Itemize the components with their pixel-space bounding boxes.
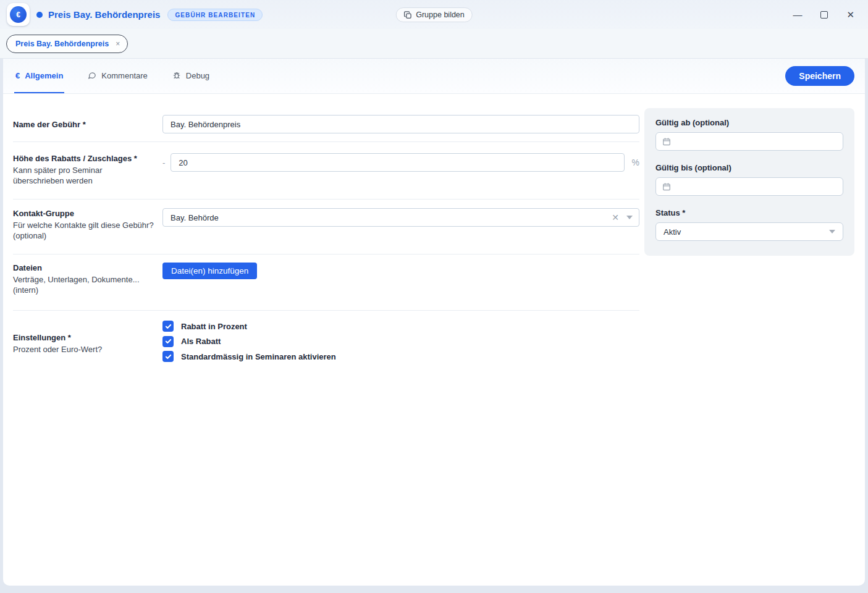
- tab-debug[interactable]: Debug: [171, 59, 211, 93]
- status-label: Status *: [655, 208, 843, 217]
- form-row-files: Dateien Verträge, Unterlagen, Dokumente.…: [13, 254, 639, 311]
- calendar-icon: [662, 182, 671, 191]
- validity-sidebar: Gültig ab (optional) Gültig bis (optiona…: [644, 108, 854, 256]
- clear-selection-icon[interactable]: ✕: [612, 212, 619, 222]
- files-sublabel: Verträge, Unterlagen, Dokumente... (inte…: [13, 274, 155, 295]
- form-row-contact-group: Kontakt-Gruppe Für welche Kontakte gilt …: [13, 200, 639, 254]
- valid-until-label: Gültig bis (optional): [655, 163, 843, 172]
- settings-sublabel: Prozent oder Euro-Wert?: [13, 344, 155, 355]
- save-button[interactable]: Speichern: [785, 66, 854, 86]
- calendar-icon: [662, 137, 671, 146]
- checkbox-checked-icon[interactable]: [162, 336, 174, 347]
- valid-from-label: Gültig ab (optional): [655, 118, 843, 127]
- add-files-button[interactable]: Datei(en) hinzufügen: [162, 263, 257, 279]
- checkbox-label: Rabatt in Prozent: [181, 322, 247, 331]
- contact-group-sublabel: Für welche Kontakte gilt diese Gebühr? (…: [13, 220, 155, 241]
- checkbox-row-standard-aktivieren: Standardmässig in Seminaren aktivieren: [162, 351, 639, 362]
- name-label: Name der Gebühr *: [13, 119, 155, 130]
- comment-icon: [88, 71, 96, 80]
- contact-group-value: Bay. Behörde: [171, 213, 612, 222]
- mode-badge: GEBÜHR BEARBEITEN: [167, 9, 263, 21]
- name-input[interactable]: [162, 115, 639, 133]
- chevron-down-icon[interactable]: [626, 216, 633, 219]
- content-area: Name der Gebühr * Höhe des Rabatts / Zus…: [3, 94, 865, 586]
- settings-label: Einstellungen *: [13, 332, 155, 343]
- valid-from-input[interactable]: [655, 132, 843, 151]
- tab-allgemein-label: Allgemein: [25, 71, 63, 80]
- files-label: Dateien: [13, 263, 155, 273]
- tab-navigation: € Allgemein Kommentare Debug Speichern: [3, 59, 865, 94]
- amount-label: Höhe des Rabatts / Zuschlages *: [13, 153, 155, 164]
- record-tab-chip[interactable]: Preis Bay. Behördenpreis ×: [6, 35, 128, 53]
- checkbox-checked-icon[interactable]: [162, 321, 174, 332]
- contact-group-select[interactable]: Bay. Behörde ✕: [162, 208, 639, 227]
- app-logo: €: [7, 3, 30, 26]
- maximize-button[interactable]: [820, 11, 828, 19]
- amount-prefix: -: [162, 158, 165, 167]
- copy-icon: [403, 11, 411, 19]
- percent-suffix: %: [632, 158, 639, 167]
- minimize-button[interactable]: —: [793, 10, 802, 19]
- amount-sublabel: Kann später pro Seminar überschrieben we…: [13, 165, 155, 186]
- window-controls: — ✕: [793, 10, 859, 19]
- status-value: Aktiv: [664, 227, 829, 237]
- contact-group-label: Kontakt-Gruppe: [13, 208, 155, 219]
- status-dot-icon: [36, 12, 43, 18]
- tab-allgemein[interactable]: € Allgemein: [14, 59, 64, 93]
- close-button[interactable]: ✕: [846, 10, 854, 19]
- window-title: Preis Bay. Behördenpreis: [48, 9, 160, 20]
- bug-icon: [172, 71, 181, 80]
- chevron-down-icon[interactable]: [829, 230, 835, 233]
- checkbox-checked-icon[interactable]: [162, 351, 174, 362]
- fee-form: Name der Gebühr * Höhe des Rabatts / Zus…: [13, 94, 639, 586]
- group-build-button[interactable]: Gruppe bilden: [395, 7, 473, 22]
- checkbox-row-als-rabatt: Als Rabatt: [162, 336, 639, 347]
- open-tabs-row: Preis Bay. Behördenpreis ×: [0, 29, 868, 59]
- tab-kommentare-label: Kommentare: [101, 71, 147, 80]
- chip-close-icon[interactable]: ×: [116, 40, 120, 48]
- record-tab-label: Preis Bay. Behördenpreis: [15, 40, 109, 48]
- valid-until-input[interactable]: [655, 177, 843, 196]
- status-select[interactable]: Aktiv: [655, 222, 843, 241]
- amount-input[interactable]: [171, 153, 624, 172]
- checkbox-label: Als Rabatt: [181, 337, 221, 346]
- group-build-label: Gruppe bilden: [416, 11, 465, 19]
- main-panel: € Allgemein Kommentare Debug Speichern: [3, 59, 865, 586]
- form-row-name: Name der Gebühr *: [13, 94, 639, 142]
- tab-debug-label: Debug: [186, 71, 209, 80]
- form-row-settings: Einstellungen * Prozent oder Euro-Wert? …: [13, 311, 639, 379]
- checkbox-label: Standardmässig in Seminaren aktivieren: [181, 352, 336, 361]
- tab-kommentare[interactable]: Kommentare: [86, 59, 148, 93]
- form-row-amount: Höhe des Rabatts / Zuschlages * Kann spä…: [13, 142, 639, 200]
- euro-logo-icon: €: [10, 6, 27, 23]
- checkbox-row-rabatt-prozent: Rabatt in Prozent: [162, 321, 639, 332]
- window-titlebar: € Preis Bay. Behördenpreis GEBÜHR BEARBE…: [0, 0, 868, 29]
- euro-icon: €: [15, 71, 20, 80]
